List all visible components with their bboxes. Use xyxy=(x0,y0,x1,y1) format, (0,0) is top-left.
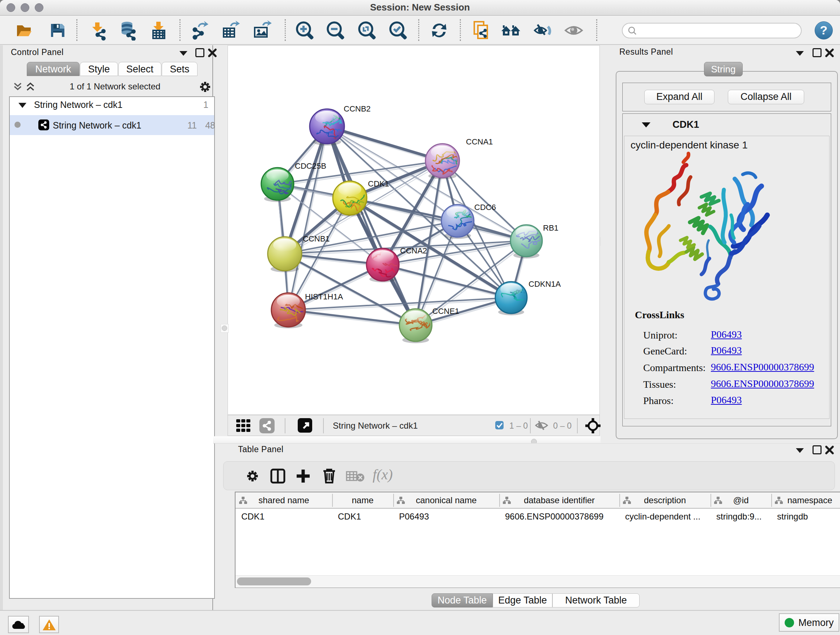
svg-text:CCNB1: CCNB1 xyxy=(303,234,330,243)
svg-text:CCNA1: CCNA1 xyxy=(466,137,493,146)
svg-text:CDC6: CDC6 xyxy=(474,203,496,212)
svg-text:CCNB2: CCNB2 xyxy=(344,104,371,113)
svg-text:CDKN1A: CDKN1A xyxy=(529,279,561,288)
svg-text:CDC25B: CDC25B xyxy=(295,162,326,171)
svg-text:CCNA2: CCNA2 xyxy=(400,246,427,255)
svg-text:CCNE1: CCNE1 xyxy=(432,307,459,316)
svg-text:RB1: RB1 xyxy=(543,223,559,233)
svg-text:CDK1: CDK1 xyxy=(368,179,389,188)
svg-text:HIST1H1A: HIST1H1A xyxy=(305,292,343,301)
